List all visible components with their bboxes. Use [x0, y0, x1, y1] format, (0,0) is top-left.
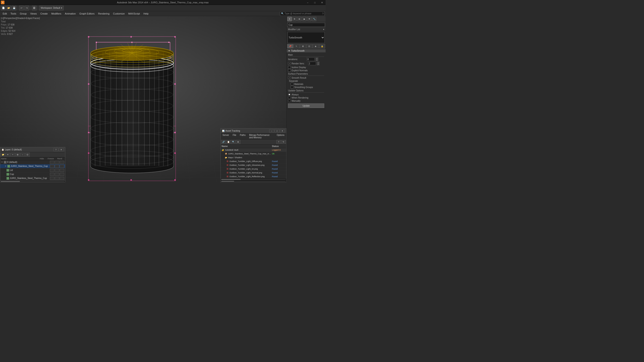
layer-expand-icon[interactable]: ▼ — [1, 161, 4, 163]
asset-row-lor[interactable]: 🖼 Outdoor_Tumbler_Light_lor.png Found — [221, 167, 286, 171]
turbosmooth-header[interactable]: ▼ TurboSmooth — [287, 49, 326, 53]
render-setup-button[interactable]: 🖼 — [32, 5, 37, 10]
layer-freeze-toggle[interactable] — [55, 161, 59, 164]
new-file-button[interactable]: 📄 — [1, 5, 6, 10]
asset-row-maps[interactable]: 📂 Maps / Shaders — [221, 156, 286, 160]
asset-restore-button[interactable]: □ — [274, 129, 280, 133]
layers-move-button[interactable]: ↑ — [20, 153, 25, 157]
search-input[interactable] — [285, 12, 321, 15]
always-radio[interactable] — [288, 93, 291, 96]
maximize-button[interactable]: □ — [311, 0, 318, 5]
panel-modify-icon[interactable]: ⚙ — [292, 17, 297, 21]
mod-tab-4[interactable]: ⊡ — [306, 44, 312, 48]
asset-tb-refresh[interactable]: ↻ — [281, 140, 286, 144]
open-file-button[interactable]: 📂 — [6, 5, 11, 10]
lid-rend[interactable] — [60, 169, 64, 172]
render-iters-checkbox[interactable]: ✓ — [288, 62, 291, 65]
asset-row-normal[interactable]: 🖼 Outdoor_Tumbler_Light_Normal.png Found — [221, 171, 286, 175]
layer-expand-2[interactable]: ▼ — [5, 165, 8, 167]
redo-button[interactable]: ↪ — [24, 5, 29, 10]
menu-maxscript[interactable]: MAXScript — [126, 12, 142, 15]
minimize-button[interactable]: – — [304, 0, 311, 5]
layers-delete-button[interactable]: ✕ — [6, 153, 10, 157]
menu-create[interactable]: Create — [38, 12, 50, 15]
when-rendering-radio[interactable] — [288, 96, 291, 99]
mod-tab-cursor[interactable]: ↖ — [294, 44, 300, 48]
save-file-button[interactable]: 💾 — [12, 5, 16, 10]
asset-menu-file[interactable]: File — [231, 133, 238, 139]
asset-scrollbar[interactable] — [221, 179, 286, 180]
menu-tools[interactable]: Tools — [9, 12, 18, 15]
menu-edit[interactable]: Edit — [1, 12, 9, 15]
thermo-freeze[interactable] — [55, 165, 59, 168]
asset-tb-4[interactable]: ⊞ — [236, 140, 240, 144]
asset-row-reflection[interactable]: 🖼 Outdoor_Tumbler_Light_Reflection.png F… — [221, 175, 286, 179]
render-iters-input[interactable] — [308, 62, 316, 65]
asset-menu-paths[interactable]: Paths — [238, 133, 248, 139]
mod-tab-5[interactable]: ◈ — [312, 44, 319, 48]
asset-row-glossines[interactable]: 🖼 Outdoor_Tumbler_Light_Glossines.png Fo… — [221, 163, 286, 167]
render-spinner-up[interactable]: ▲ — [317, 62, 319, 63]
close-button[interactable]: ✕ — [318, 0, 326, 5]
layers-add-button[interactable]: + — [10, 153, 15, 157]
explicit-checkbox[interactable] — [288, 69, 291, 72]
juro2-hide[interactable] — [50, 177, 54, 180]
iterations-input[interactable] — [307, 57, 314, 61]
render-spinner-down[interactable]: ▼ — [317, 63, 319, 65]
asset-row-max[interactable]: 📦 JURO_Stainless_Steel_Thermo_Cup_max_vr… — [221, 152, 286, 156]
asset-tb-2[interactable]: 📋 — [226, 140, 230, 144]
spinner-down[interactable]: ▼ — [316, 59, 318, 61]
panel-utilities-icon[interactable]: 🔧 — [312, 17, 316, 21]
asset-tb-3[interactable]: 🔍 — [231, 140, 236, 144]
layers-close-button[interactable]: ✕ — [59, 148, 64, 151]
isoline-checkbox[interactable] — [288, 66, 291, 69]
layer-row-cup[interactable]: ○ Cup — [0, 172, 65, 176]
render-iters-spinner[interactable]: ▲ ▼ — [317, 62, 320, 65]
cup-hide[interactable] — [50, 173, 54, 176]
asset-scroll-track[interactable] — [221, 179, 286, 180]
juro2-rend[interactable] — [60, 177, 64, 180]
layers-scrollbar[interactable] — [0, 180, 65, 182]
mod-tab-3[interactable]: ⊞ — [300, 44, 306, 48]
layer-hide-toggle[interactable] — [50, 161, 54, 164]
smoothing-groups-checkbox[interactable] — [291, 86, 294, 88]
lid-hide[interactable] — [50, 169, 54, 172]
menu-graph-editors[interactable]: Graph Editors — [78, 12, 96, 15]
menu-animation[interactable]: Animation — [63, 12, 78, 15]
smooth-result-checkbox[interactable]: ✓ — [288, 76, 291, 79]
manually-radio[interactable] — [288, 99, 291, 102]
cup-freeze[interactable] — [55, 173, 59, 176]
thermo-hide[interactable] — [50, 165, 54, 168]
asset-row-vault[interactable]: 🔐 Autodesk Vault Logged O — [221, 148, 286, 152]
search-bar[interactable]: 🔍 ? — [280, 11, 325, 16]
layer-row-lid[interactable]: ○ Lid — [0, 168, 65, 172]
thermo-rend[interactable] — [60, 165, 64, 168]
layers-new-button[interactable]: 📁 — [1, 153, 5, 157]
menu-views[interactable]: Views — [28, 12, 38, 15]
modifier-list-select[interactable]: TurboSmooth Editable Poly — [288, 32, 325, 43]
mod-tab-lock[interactable]: 🔒 — [319, 44, 325, 48]
asset-menu-options[interactable]: Options — [275, 133, 286, 139]
spinner-up[interactable]: ▲ — [316, 58, 318, 59]
menu-help[interactable]: Help — [142, 12, 150, 15]
panel-hierarchy-icon[interactable]: ⊞ — [297, 17, 302, 21]
asset-bottom-track[interactable] — [221, 181, 286, 182]
layer-row-juro2[interactable]: ○ JURO_Stainless_Steel_Thermo_Cup — [0, 176, 65, 180]
update-button[interactable]: Update — [288, 103, 324, 108]
lid-freeze[interactable] — [55, 169, 59, 172]
menu-customize[interactable]: Customize — [111, 12, 126, 15]
juro2-freeze[interactable] — [55, 177, 59, 180]
asset-minimize-button[interactable]: – — [269, 129, 274, 133]
scroll-thumb[interactable] — [1, 181, 20, 182]
panel-motion-icon[interactable]: ▶ — [302, 17, 306, 21]
scroll-track[interactable] — [1, 181, 64, 182]
panel-display-icon[interactable]: 👁 — [307, 17, 312, 21]
asset-close-button[interactable]: ✕ — [280, 129, 285, 133]
undo-button[interactable]: ↩ — [19, 5, 24, 10]
menu-group[interactable]: Group — [18, 12, 28, 15]
layers-merge-button[interactable]: ⊡ — [25, 153, 30, 157]
mod-tab-pin[interactable]: 📌 — [287, 44, 294, 48]
menu-rendering[interactable]: Rendering — [96, 12, 111, 15]
panel-create-icon[interactable]: ✦ — [287, 17, 292, 21]
asset-bottom-scrollbar[interactable] — [221, 180, 286, 182]
